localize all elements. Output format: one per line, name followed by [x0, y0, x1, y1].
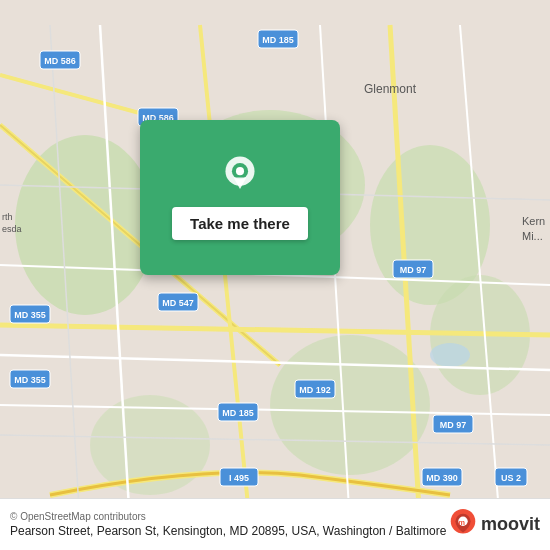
- take-me-there-button[interactable]: Take me there: [172, 207, 308, 240]
- svg-text:MD 97: MD 97: [400, 265, 427, 275]
- attribution-text: © OpenStreetMap contributors: [10, 511, 446, 522]
- svg-text:I 495: I 495: [229, 473, 249, 483]
- svg-point-56: [236, 167, 244, 175]
- location-card: Take me there: [140, 120, 340, 275]
- map-background: MD 586 MD 185 MD 586 Glenmont MD 97 MD 3…: [0, 0, 550, 550]
- svg-text:MD 185: MD 185: [222, 408, 254, 418]
- svg-text:MD 586: MD 586: [44, 56, 76, 66]
- attribution-label: © OpenStreetMap contributors: [10, 511, 146, 522]
- svg-text:MD 185: MD 185: [262, 35, 294, 45]
- svg-text:rth: rth: [2, 212, 13, 222]
- svg-text:esda: esda: [2, 224, 22, 234]
- moovit-brand-text: moovit: [481, 514, 540, 535]
- svg-point-1: [15, 135, 155, 315]
- bottom-left-info: © OpenStreetMap contributors Pearson Str…: [10, 511, 446, 538]
- bottom-bar: © OpenStreetMap contributors Pearson Str…: [0, 498, 550, 550]
- location-pin-icon: [219, 155, 261, 197]
- address-text: Pearson Street, Pearson St, Kensington, …: [10, 524, 446, 538]
- svg-text:Kern: Kern: [522, 215, 545, 227]
- svg-text:Glenmont: Glenmont: [364, 82, 417, 96]
- svg-text:m: m: [458, 518, 465, 527]
- svg-text:US 2: US 2: [501, 473, 521, 483]
- moovit-logo: m moovit: [449, 508, 540, 542]
- svg-point-4: [270, 335, 430, 475]
- svg-text:MD 547: MD 547: [162, 298, 194, 308]
- svg-text:MD 192: MD 192: [299, 385, 331, 395]
- svg-text:MD 355: MD 355: [14, 310, 46, 320]
- map-container: MD 586 MD 185 MD 586 Glenmont MD 97 MD 3…: [0, 0, 550, 550]
- svg-text:MD 355: MD 355: [14, 375, 46, 385]
- svg-text:Mi...: Mi...: [522, 230, 543, 242]
- svg-text:MD 97: MD 97: [440, 420, 467, 430]
- svg-text:MD 390: MD 390: [426, 473, 458, 483]
- svg-point-7: [430, 343, 470, 367]
- moovit-pin-icon: m: [449, 508, 477, 542]
